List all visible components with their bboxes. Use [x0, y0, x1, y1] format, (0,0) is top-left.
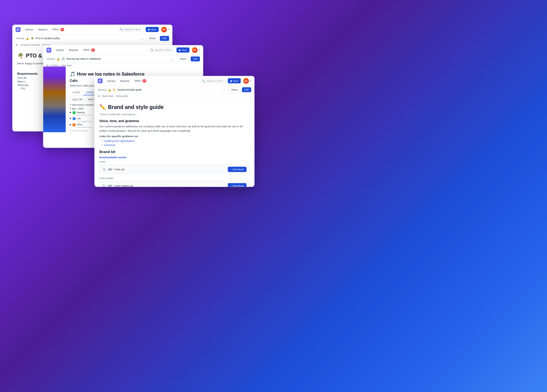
navbar-2: Library Reports Inbox 17 🔍 Search or ⌘+K…: [43, 45, 203, 55]
breadcrumb-link-handbook[interactable]: Company handbook: [20, 44, 40, 46]
share-button-1[interactable]: Share: [146, 36, 158, 41]
more-button-2[interactable]: ...: [169, 56, 176, 62]
color-zip-badge: ZIP: [107, 184, 113, 187]
avatar-chevron-2[interactable]: ▾: [199, 49, 200, 51]
avatar-3[interactable]: AK: [243, 78, 249, 84]
doc-type-icon-2: 🎵: [62, 57, 65, 60]
brand-kit-section: Brand kit Downloadable assets Fonts 📎 ZI…: [99, 149, 250, 187]
nav-inbox-3[interactable]: Inbox 17: [132, 78, 148, 83]
info-icon: ℹ: [70, 129, 71, 132]
toolbar-3: Viewing 🔒 ✏️ Brand and style guide ... S…: [94, 86, 254, 94]
nav-inbox-1[interactable]: Inbox 17: [50, 27, 66, 32]
search-placeholder-3: Search or ⌘+K: [206, 79, 223, 82]
paperclip-icon-fonts: 📎: [102, 168, 106, 171]
breadcrumb-link-policies[interactable]: Policies: [51, 64, 58, 67]
breadcrumb-3: ⊞ / Brand team / Style guides: [94, 94, 254, 99]
activity-icon-meeting: [73, 111, 76, 114]
fonts-download-row: 📎 ZIP fonts.zip ↓ Download: [99, 164, 250, 174]
avatar-1[interactable]: AK: [161, 27, 167, 32]
window-brand: Library Reports Inbox 17 🔍 Search or ⌘+K…: [94, 76, 254, 187]
play-icon-3: ▶: [230, 79, 233, 82]
expand-icon-1[interactable]: ▶: [70, 117, 71, 120]
play-icon-1: ▶: [148, 28, 151, 31]
expand-icon-2[interactable]: ▶: [70, 123, 71, 126]
link-spelling[interactable]: Spelling and capitalization: [102, 139, 250, 143]
inbox-badge-3: 17: [142, 79, 146, 82]
search-icon-1: 🔍: [120, 28, 123, 31]
logo-2[interactable]: [47, 48, 51, 53]
share-button-2[interactable]: Share: [177, 56, 189, 62]
links-list: Spelling and capitalization Grammar: [99, 139, 250, 147]
color-download-button[interactable]: ↓ Download: [228, 183, 247, 187]
edit-button-3[interactable]: Edit: [242, 87, 251, 92]
avatar-chevron-1[interactable]: ▾: [168, 28, 169, 31]
fonts-zip-badge: ZIP: [107, 168, 113, 171]
breadcrumb-link-brandteam[interactable]: Brand team: [102, 95, 114, 97]
page-title-3: ✏️ Brand and style guide: [99, 104, 250, 110]
logo-3[interactable]: [98, 78, 103, 83]
voice-text: Our content guidance addresses our compa…: [99, 125, 250, 133]
breadcrumb-current-2: Sales team: [61, 64, 72, 67]
nav-inbox-2[interactable]: Inbox 17: [81, 47, 97, 52]
link-grammar[interactable]: Grammar: [102, 143, 250, 147]
nav-library-2[interactable]: Library: [54, 48, 66, 52]
search-icon-3: 🔍: [202, 79, 205, 82]
log-call-btn[interactable]: Log a Call: [70, 97, 85, 102]
nav-library-1[interactable]: Library: [23, 27, 35, 32]
search-placeholder-2: Search or ⌘+K: [155, 48, 172, 51]
doc-type-icon-1: 🌴: [31, 37, 34, 40]
home-icon-1[interactable]: ⊞: [16, 43, 18, 46]
collapse-icon[interactable]: ▾: [70, 103, 71, 106]
share-button-3[interactable]: Share: [228, 87, 241, 93]
more-button-1[interactable]: ...: [138, 36, 145, 41]
search-placeholder-1: Search or ⌘+K: [124, 28, 141, 31]
avatar-chevron-3[interactable]: ▾: [250, 80, 251, 82]
viewing-label-3: Viewing: [98, 88, 106, 91]
doc-title-1: PTO & vacation policy: [36, 37, 60, 40]
logo-1[interactable]: [16, 27, 21, 32]
home-icon-3[interactable]: ⊞: [98, 95, 100, 98]
activity-sub-1: You logged a cal...: [77, 120, 94, 122]
color-filename: color-palette.zip: [115, 184, 226, 187]
w2-title-icon: 🎵: [70, 71, 75, 77]
activity-icon-other: [73, 123, 76, 126]
search-box-2[interactable]: 🔍 Search or ⌘+K: [148, 48, 174, 53]
run-button-1[interactable]: ▶ Run: [146, 27, 159, 32]
inbox-badge-1: 17: [60, 28, 64, 31]
fonts-filename: fonts.zip: [115, 168, 226, 171]
more-button-3[interactable]: ...: [221, 87, 227, 92]
lock-icon-2: 🔒: [57, 57, 60, 60]
tab-details[interactable]: Details: [70, 90, 83, 95]
breadcrumb-2: ⊞ / Policies / Sales team: [43, 63, 203, 68]
nav-reports-1[interactable]: Reports: [36, 27, 50, 32]
run-button-3[interactable]: ▶ Run: [228, 78, 241, 83]
collapse-icon-may[interactable]: ▾: [70, 107, 71, 110]
activity-title-0: Meeting: [77, 111, 93, 114]
navbar-1: Library Reports Inbox 17 🔍 Search or ⌘+K…: [12, 25, 172, 34]
run-button-2[interactable]: ▶ Run: [176, 47, 189, 53]
lock-icon-1: 🔒: [26, 37, 29, 40]
activity-title-2: Other: [77, 123, 93, 126]
activity-sub-0: You had an eve...: [77, 114, 93, 116]
fonts-download-button[interactable]: ↓ Download: [228, 167, 247, 172]
content-3: ✏️ Brand and style guide "Trust is build…: [94, 99, 254, 187]
links-label: Links for specific guidance on:: [99, 135, 250, 138]
activity-icon-call: [73, 117, 76, 120]
inbox-badge-2: 17: [91, 48, 95, 52]
nav-library-3[interactable]: Library: [105, 79, 117, 83]
title-icon-3: ✏️: [99, 104, 106, 110]
nav-reports-3[interactable]: Reports: [118, 79, 132, 83]
lock-icon-3: 🔒: [108, 88, 111, 91]
edit-button-1[interactable]: Edit: [160, 36, 169, 41]
paperclip-icon-color: 📎: [102, 184, 106, 187]
color-palette-label: Color palette: [99, 177, 250, 180]
nav-reports-2[interactable]: Reports: [67, 48, 80, 52]
search-box-3[interactable]: 🔍 Search or ⌘+K: [200, 78, 225, 83]
search-box-1[interactable]: 🔍 Search or ⌘+K: [118, 27, 143, 32]
title-icon-1: 🌴: [17, 53, 24, 59]
doc-type-icon-3: ✏️: [113, 88, 116, 91]
edit-button-2[interactable]: Edit: [191, 56, 200, 61]
avatar-2[interactable]: AK: [192, 47, 198, 53]
expand-icon-0[interactable]: ▶: [70, 111, 71, 114]
brand-kit-title: Brand kit: [99, 149, 250, 154]
